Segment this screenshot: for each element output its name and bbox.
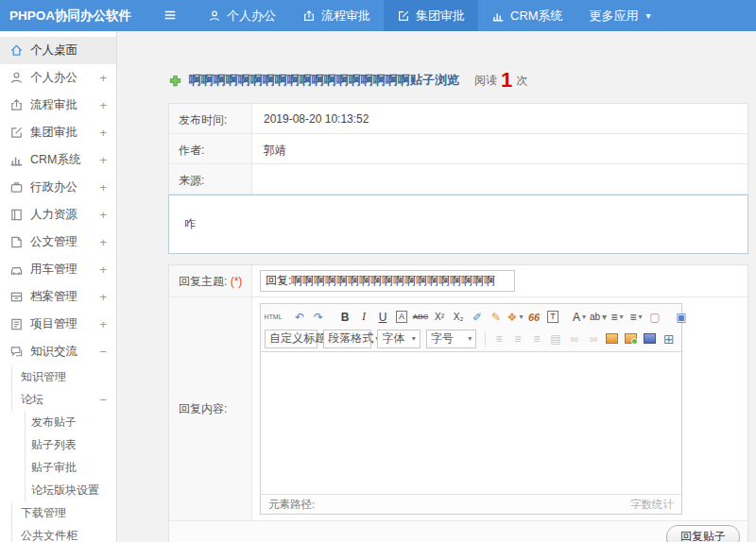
sidebar-item-forum[interactable]: 论坛−: [0, 388, 116, 411]
custom-title-icon: 自定义标题: [269, 330, 326, 347]
expand-icon[interactable]: +: [99, 180, 107, 195]
editor-toolbar-row1: HTML↶↷BIUAABCX²X₂✐✎❖▾66TA▾ab▾≡▾≡▾▢▣: [264, 306, 679, 328]
nav-item-label: 流程审批: [321, 8, 370, 25]
image-manager-button[interactable]: [623, 330, 640, 347]
nav-item-personal-office[interactable]: 个人办公: [195, 0, 289, 31]
paragraph-dropdown[interactable]: 段落格式▾: [323, 330, 371, 348]
undo-button[interactable]: ↶: [291, 308, 308, 326]
underline-button[interactable]: U: [374, 308, 391, 326]
page-title: 啊啊啊啊啊啊啊啊啊啊啊啊啊啊啊啊啊啊贴子浏览: [189, 72, 459, 89]
link-icon: ∞: [571, 332, 579, 346]
sidebar-item-archive-mgmt[interactable]: 档案管理+: [0, 283, 116, 311]
sidebar-item-admin-office[interactable]: 行政办公+: [0, 174, 116, 201]
expand-icon[interactable]: +: [99, 126, 107, 140]
unordered-list-button[interactable]: ≡▾: [627, 308, 644, 326]
sidebar-item-workflow-approval[interactable]: 流程审批+: [0, 92, 116, 119]
paste-plain-button[interactable]: T: [544, 308, 561, 326]
sidebar-item-knowledge-mgmt[interactable]: 知识管理: [0, 365, 116, 388]
expand-icon[interactable]: +: [99, 317, 107, 331]
editor-content[interactable]: [261, 352, 681, 494]
auto-typeset-button[interactable]: ❖▾: [507, 308, 524, 326]
expand-icon[interactable]: +: [99, 98, 107, 112]
source-button[interactable]: HTML: [265, 308, 282, 326]
sidebar-item-document-mgmt[interactable]: 公文管理+: [0, 229, 116, 256]
chevron-down-icon: ▾: [519, 313, 523, 321]
expand-icon[interactable]: +: [99, 153, 107, 167]
info-row-value: 郭靖: [252, 134, 747, 163]
justify-right-button[interactable]: ≡: [528, 330, 545, 347]
font-size-dropdown[interactable]: 字号▾: [426, 330, 477, 348]
strikethrough-button[interactable]: ABC: [412, 308, 429, 326]
insert-table-button[interactable]: ⊞: [661, 330, 678, 347]
justify-center-button[interactable]: ≡: [509, 330, 526, 347]
format-brush-icon: ✎: [491, 311, 501, 324]
expand-icon[interactable]: +: [99, 235, 107, 249]
insert-video-button[interactable]: [642, 330, 659, 347]
font-border-button[interactable]: A: [393, 308, 410, 326]
reply-submit-button[interactable]: 回复贴子: [666, 525, 740, 542]
toolbar-separator: [485, 331, 486, 346]
sidebar-item-project-mgmt[interactable]: 项目管理+: [0, 311, 116, 338]
sidebar-item-public-file-cabinet[interactable]: 公共文件柜: [0, 524, 116, 542]
custom-title-dropdown[interactable]: 自定义标题▾: [265, 330, 318, 348]
read-count: 1: [501, 71, 512, 90]
sidebar-item-label: CRM系统: [30, 152, 80, 168]
sidebar-item-personal-office[interactable]: 个人办公+: [0, 64, 116, 92]
expand-icon[interactable]: +: [99, 71, 107, 85]
justify-full-button[interactable]: ▤: [547, 330, 564, 347]
nav-item-more-apps[interactable]: 更多应用▾: [576, 0, 664, 31]
sidebar-item-human-resources[interactable]: 人力资源+: [0, 201, 116, 229]
collapse-icon[interactable]: −: [99, 393, 107, 407]
expand-icon[interactable]: +: [99, 263, 107, 277]
reply-content-row: 回复内容: HTML↶↷BIUAABCX²X₂✐✎❖▾66TA▾ab▾≡▾≡▾▢…: [169, 297, 747, 521]
font-family-icon: 字体: [382, 330, 404, 347]
sidebar-item-post-list[interactable]: 贴子列表: [0, 433, 116, 456]
editor-statusbar: 元素路径: 字数统计: [261, 494, 681, 514]
approve-icon: [9, 98, 24, 112]
sidebar-item-personal-desktop[interactable]: 个人桌面: [0, 37, 116, 64]
superscript-button[interactable]: X²: [431, 308, 448, 326]
sidebar-item-label: 行政办公: [30, 179, 77, 195]
superscript-icon: X²: [435, 312, 444, 322]
nav-item-crm-system[interactable]: CRM系统: [478, 0, 576, 31]
sidebar-item-crm-system[interactable]: CRM系统+: [0, 146, 116, 174]
italic-icon: I: [362, 310, 366, 324]
eraser-button[interactable]: ✐: [469, 308, 486, 326]
highlight-color-button[interactable]: ab▾: [590, 308, 607, 326]
expand-icon[interactable]: +: [99, 208, 107, 222]
collapse-icon[interactable]: −: [99, 345, 107, 359]
unlink-button[interactable]: ∞: [585, 330, 602, 347]
font-color-button[interactable]: A▾: [571, 308, 588, 326]
sidebar-item-knowledge-exchange[interactable]: 知识交流−: [0, 338, 116, 365]
bold-button[interactable]: B: [336, 308, 353, 326]
reply-subject-input[interactable]: [260, 270, 515, 292]
fullscreen-button[interactable]: ▣: [673, 308, 690, 326]
font-family-dropdown[interactable]: 字体▾: [377, 330, 421, 348]
info-row-label: 来源:: [169, 164, 252, 194]
new-page-button[interactable]: ▢: [646, 308, 663, 326]
reply-subject-row: 回复主题: (*): [169, 265, 747, 297]
sidebar-item-post-create[interactable]: 发布贴子: [0, 411, 116, 433]
justify-left-button[interactable]: ≡: [490, 330, 507, 347]
sidebar-item-forum-board-settings[interactable]: 论坛版块设置: [0, 479, 116, 501]
expand-icon[interactable]: +: [99, 290, 107, 304]
nav-item-workflow-approval[interactable]: 流程审批: [289, 0, 384, 31]
format-brush-button[interactable]: ✎: [488, 308, 505, 326]
blockquote-button[interactable]: 66: [525, 308, 542, 326]
subscript-button[interactable]: X₂: [450, 308, 467, 326]
highlight-color-icon: ab: [590, 312, 600, 322]
insert-image-button[interactable]: [604, 330, 621, 347]
redo-button[interactable]: ↷: [310, 308, 327, 326]
link-button[interactable]: ∞: [566, 330, 583, 347]
menu-toggle-button[interactable]: [163, 8, 181, 24]
italic-button[interactable]: I: [355, 308, 372, 326]
sidebar-item-vehicle-mgmt[interactable]: 用车管理+: [0, 256, 116, 283]
nav-item-group-approval[interactable]: 集团审批: [384, 0, 478, 31]
ordered-list-button[interactable]: ≡▾: [609, 308, 626, 326]
info-row-value: 2019-08-20 10:13:52: [252, 104, 747, 133]
sidebar-item-group-approval[interactable]: 集团审批+: [0, 119, 116, 146]
sidebar-item-post-approval[interactable]: 贴子审批: [0, 456, 116, 479]
reply-subject-label: 回复主题: (*): [169, 265, 252, 296]
sidebar-item-download-mgmt[interactable]: 下载管理: [0, 501, 116, 524]
insert-table-icon: ⊞: [663, 331, 675, 347]
